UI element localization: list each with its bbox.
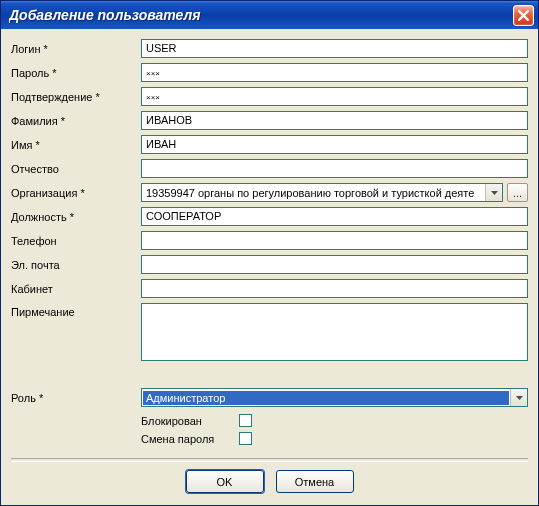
close-icon xyxy=(518,10,529,21)
confirm-input[interactable]: ××× xyxy=(141,87,528,106)
form-content: Логин * USER Пароль * ××× Подтверждение … xyxy=(1,29,538,505)
titlebar[interactable]: Добавление пользователя xyxy=(1,1,538,29)
label-password: Пароль * xyxy=(11,67,141,79)
blocked-checkbox[interactable] xyxy=(239,414,252,427)
change-password-checkbox[interactable] xyxy=(239,432,252,445)
label-firstname: Имя * xyxy=(11,139,141,151)
chevron-down-icon xyxy=(510,389,527,406)
label-lastname: Фамилия * xyxy=(11,115,141,127)
window-title: Добавление пользователя xyxy=(9,7,513,23)
label-room: Кабинет xyxy=(11,283,141,295)
organization-select[interactable]: 19359947 органы по регулированию торгово… xyxy=(141,183,503,202)
ok-button[interactable]: OK xyxy=(186,470,264,493)
firstname-input[interactable]: ИВАН xyxy=(141,135,528,154)
password-input[interactable]: ××× xyxy=(141,63,528,82)
role-value: Администратор xyxy=(143,391,509,405)
chevron-down-icon xyxy=(485,184,502,201)
cancel-button[interactable]: Отмена xyxy=(276,470,354,493)
label-login: Логин * xyxy=(11,43,141,55)
phone-input[interactable] xyxy=(141,231,528,250)
close-button[interactable] xyxy=(513,5,534,26)
organization-value: 19359947 органы по регулированию торгово… xyxy=(142,185,485,201)
button-bar: OK Отмена xyxy=(11,470,528,499)
label-role: Роль * xyxy=(11,392,141,404)
login-input[interactable]: USER xyxy=(141,39,528,58)
label-email: Эл. почта xyxy=(11,259,141,271)
label-confirm: Подтверждение * xyxy=(11,91,141,103)
label-organization: Организация * xyxy=(11,187,141,199)
role-select[interactable]: Администратор xyxy=(141,388,528,407)
add-user-dialog: Добавление пользователя Логин * USER Пар… xyxy=(0,0,539,506)
separator xyxy=(11,458,528,462)
patronymic-input[interactable] xyxy=(141,159,528,178)
room-input[interactable] xyxy=(141,279,528,298)
organization-browse-button[interactable]: ... xyxy=(507,183,528,202)
label-patronymic: Отчество xyxy=(11,163,141,175)
label-note: Пирмечание xyxy=(11,303,141,318)
note-textarea[interactable] xyxy=(141,303,528,361)
label-position: Должность * xyxy=(11,211,141,223)
position-input[interactable]: СООПЕРАТОР xyxy=(141,207,528,226)
label-change-pw: Смена пароля xyxy=(141,433,239,445)
lastname-input[interactable]: ИВАНОВ xyxy=(141,111,528,130)
label-phone: Телефон xyxy=(11,235,141,247)
label-blocked: Блокирован xyxy=(141,415,239,427)
email-input[interactable] xyxy=(141,255,528,274)
